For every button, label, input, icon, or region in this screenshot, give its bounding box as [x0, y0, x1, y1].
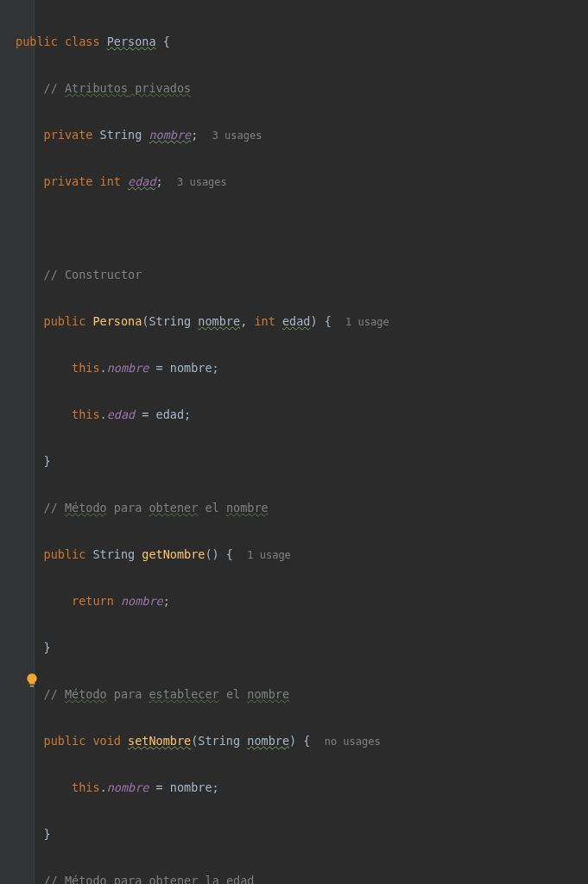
code-line: public void setNombre(String nombre) { n… [0, 729, 508, 753]
code-line: // Constructor [0, 263, 508, 287]
code-editor[interactable]: public class Persona { // Atributos priv… [0, 7, 508, 884]
usage-hint: no usages [325, 736, 381, 748]
usage-hint: 3 usages [177, 176, 227, 188]
code-line [0, 217, 508, 240]
code-line: // Método para obtener la edad [0, 869, 508, 884]
usage-hint: 1 usage [345, 316, 389, 328]
code-line: // Atributos privados [0, 77, 508, 100]
code-line: public Persona(String nombre, int edad) … [0, 310, 508, 333]
code-line: public class Persona { [0, 30, 508, 54]
code-line: this.nombre = nombre; [0, 776, 508, 799]
code-line: private int edad; 3 usages [0, 170, 508, 193]
usage-hint: 3 usages [212, 129, 262, 142]
code-line: } [0, 636, 508, 660]
code-line: } [0, 450, 508, 473]
code-line: // Método para establecer el nombre [0, 683, 508, 706]
usage-hint: 1 usage [247, 549, 291, 561]
code-line: this.nombre = nombre; [0, 357, 508, 380]
code-line: } [0, 823, 508, 846]
code-line: return nombre; [0, 590, 508, 613]
code-line: private String nombre; 3 usages [0, 123, 508, 147]
code-line: this.edad = edad; [0, 403, 508, 426]
code-line: // Método para obtener el nombre [0, 496, 508, 520]
code-line: public String getNombre() { 1 usage [0, 543, 508, 566]
